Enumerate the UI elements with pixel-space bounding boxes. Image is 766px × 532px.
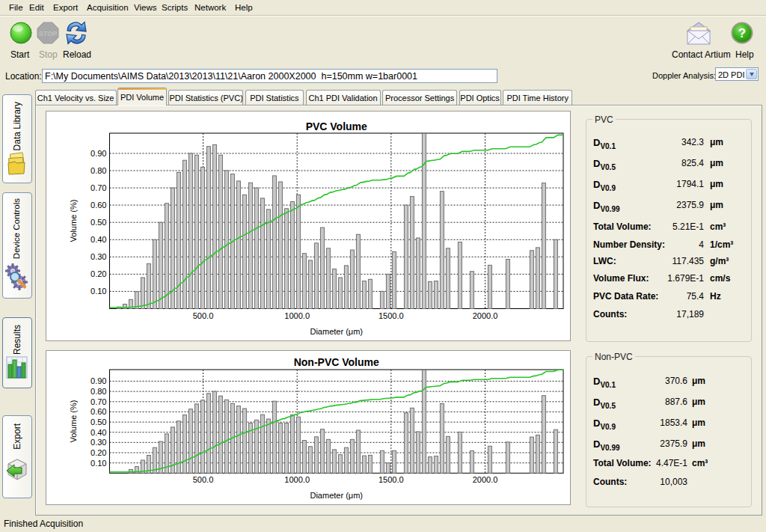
svg-text:0.50: 0.50 [91, 418, 106, 426]
svg-text:0.90: 0.90 [91, 149, 106, 158]
svg-text:0.10: 0.10 [91, 459, 106, 468]
svg-text:0.20: 0.20 [91, 269, 106, 278]
svg-text:Diameter (μm): Diameter (μm) [310, 327, 363, 336]
svg-text:500.0: 500.0 [193, 475, 214, 484]
svg-text:0.60: 0.60 [91, 201, 106, 210]
svg-text:0.50: 0.50 [91, 218, 106, 227]
svg-text:?: ? [738, 26, 746, 40]
svg-text:0.80: 0.80 [91, 166, 106, 175]
svg-text:0.80: 0.80 [91, 387, 106, 396]
svg-text:0.90: 0.90 [91, 376, 106, 385]
svg-text:Volume (%): Volume (%) [69, 400, 78, 443]
svg-text:0.30: 0.30 [91, 438, 106, 447]
svg-text:0.30: 0.30 [91, 252, 106, 261]
svg-text:Volume (%): Volume (%) [69, 200, 78, 242]
svg-text:1000.0: 1000.0 [284, 475, 310, 484]
svg-text:1000.0: 1000.0 [284, 311, 310, 320]
svg-text:PVC Volume: PVC Volume [306, 120, 367, 132]
svg-text:0.40: 0.40 [91, 235, 106, 244]
svg-text:2000.0: 2000.0 [473, 311, 498, 320]
svg-text:Diameter (μm): Diameter (μm) [310, 491, 363, 500]
svg-text:0.40: 0.40 [91, 428, 106, 437]
svg-text:0.70: 0.70 [91, 183, 106, 192]
svg-text:1500.0: 1500.0 [379, 475, 404, 484]
svg-text:500.0: 500.0 [193, 311, 214, 320]
svg-text:0.70: 0.70 [91, 397, 106, 406]
svg-text:1500.0: 1500.0 [379, 311, 404, 320]
svg-text:Non-PVC Volume: Non-PVC Volume [294, 356, 379, 368]
svg-text:0.10: 0.10 [91, 287, 106, 296]
svg-text:0.60: 0.60 [91, 407, 106, 416]
svg-text:STOP: STOP [39, 30, 57, 37]
svg-text:2000.0: 2000.0 [473, 475, 498, 484]
svg-text:0.20: 0.20 [91, 448, 106, 457]
